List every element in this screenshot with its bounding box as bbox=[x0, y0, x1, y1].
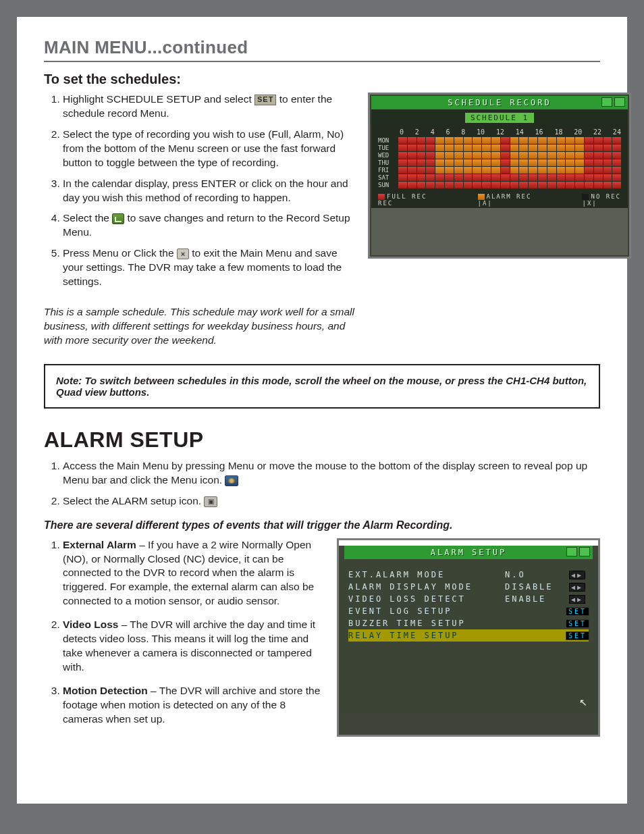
list-item: Press Menu or Click the × to exit the Ma… bbox=[63, 246, 354, 289]
schedule-note: This is a sample schedule. This schedule… bbox=[44, 305, 354, 348]
hours-row: 024681012141618202224 bbox=[400, 128, 621, 136]
event-label: Motion Detection bbox=[63, 685, 148, 696]
schedule-row: THU bbox=[378, 159, 621, 166]
text: Press Menu or Click the bbox=[63, 247, 177, 259]
return-icon bbox=[601, 97, 612, 107]
alarm-events-list: External Alarm – If you have a 2 wire No… bbox=[63, 538, 323, 727]
text: Highlight SCHEDULE SETUP and select bbox=[63, 93, 254, 105]
schedule-steps: Highlight SCHEDULE SETUP and select SET … bbox=[63, 93, 354, 289]
legend: FULL RECREC ALARM REC|A| NO REC|X| bbox=[371, 192, 628, 208]
list-item: Highlight SCHEDULE SETUP and select SET … bbox=[63, 93, 354, 121]
return-icon bbox=[112, 213, 124, 224]
list-item: Motion Detection – The DVR will archive … bbox=[63, 684, 323, 727]
section-title: MAIN MENU...continued bbox=[44, 37, 600, 62]
list-item: Select the ALARM setup icon. ▣ bbox=[63, 494, 600, 509]
event-label: Video Loss bbox=[63, 619, 118, 630]
set-icon: SET bbox=[254, 95, 276, 105]
alarm-events-intro: There are several different types of eve… bbox=[44, 519, 600, 531]
alarm-setup-row: VIDEO LOSS DETECTENABLE◀▶ bbox=[348, 593, 589, 605]
list-item: In the calendar display, press ENTER or … bbox=[63, 177, 354, 205]
legend-alarm: ALARM REC bbox=[487, 193, 532, 200]
schedule-subtitle: SCHEDULE 1 bbox=[465, 113, 534, 123]
alarm-setup-row: BUZZER TIME SETUPSET bbox=[348, 617, 589, 629]
close-icon: × bbox=[177, 249, 189, 259]
schedule-row: FRI bbox=[378, 167, 621, 174]
close-icon bbox=[579, 547, 590, 556]
return-icon bbox=[566, 547, 577, 556]
close-icon bbox=[614, 97, 625, 107]
list-item: Select the type of recording you wish to… bbox=[63, 128, 354, 170]
legend-no-sub: |X| bbox=[582, 200, 597, 207]
schedules-title: To set the schedules: bbox=[44, 72, 600, 87]
event-label: External Alarm bbox=[63, 539, 136, 550]
alarm-setup-icon: ▣ bbox=[204, 496, 217, 507]
schedule-row: SUN bbox=[378, 182, 621, 188]
legend-full: FULL REC bbox=[387, 193, 427, 200]
schedule-row: TUE bbox=[378, 145, 621, 151]
alarm-setup-screenshot: ALARM SETUP EXT.ALARM MODEN.O◀▶ALARM DIS… bbox=[337, 538, 600, 737]
alarm-setup-row: ALARM DISPLAY MODEDISABLE◀▶ bbox=[348, 581, 589, 593]
alarm-steps: Access the Main Menu by pressing Menu or… bbox=[63, 459, 600, 509]
legend-alarm-sub: |A| bbox=[478, 200, 493, 207]
legend-full-sub: REC bbox=[378, 200, 393, 207]
alarm-setup-row: EVENT LOG SETUPSET bbox=[348, 605, 589, 617]
note-box: Note: To switch between schedules in thi… bbox=[44, 364, 600, 409]
schedule-row: MON bbox=[378, 137, 621, 144]
screen-title: ALARM SETUP bbox=[431, 548, 506, 557]
list-item: Video Loss – The DVR will archive the da… bbox=[63, 618, 323, 675]
text: Select the bbox=[63, 212, 112, 224]
legend-no: NO REC bbox=[591, 193, 621, 200]
list-item: Select the to save changes and return to… bbox=[63, 211, 354, 240]
alarm-title: ALARM SETUP bbox=[44, 427, 600, 452]
page: MAIN MENU...continued To set the schedul… bbox=[17, 17, 627, 804]
text: Access the Main Menu by pressing Menu or… bbox=[63, 460, 587, 486]
menu-icon bbox=[225, 475, 238, 486]
list-item: Access the Main Menu by pressing Menu or… bbox=[63, 459, 600, 488]
schedule-row: SAT bbox=[378, 174, 621, 181]
alarm-setup-row: RELAY TIME SETUPSET bbox=[348, 629, 589, 642]
schedule-row: WED bbox=[378, 152, 621, 159]
alarm-setup-row: EXT.ALARM MODEN.O◀▶ bbox=[348, 569, 589, 581]
cursor-icon: ↖ bbox=[579, 697, 587, 708]
list-item: External Alarm – If you have a 2 wire No… bbox=[63, 538, 323, 609]
schedule-record-screenshot: SCHEDULE RECORD SCHEDULE 1 0246810121416… bbox=[368, 93, 631, 259]
screen-title: SCHEDULE RECORD bbox=[448, 98, 551, 107]
text: Select the ALARM setup icon. bbox=[63, 495, 204, 506]
